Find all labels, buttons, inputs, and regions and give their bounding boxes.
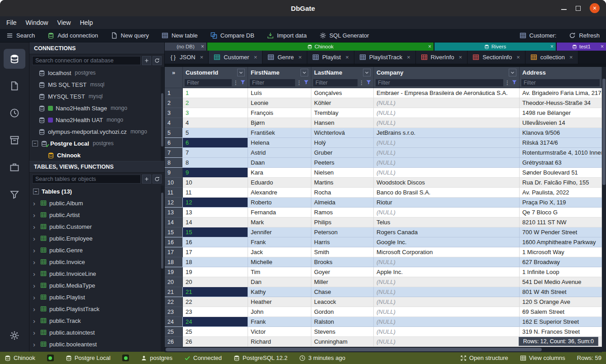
maximize-button[interactable] [576, 6, 581, 11]
cell-company[interactable]: Banco do Brasil S.A. [374, 188, 520, 198]
cell-customerid[interactable]: 7 [183, 148, 248, 158]
cell-address[interactable]: 1600 Amphitheatre Parkway [520, 237, 602, 247]
row-number[interactable]: 2 [165, 98, 183, 108]
cell-address[interactable]: 8210 111 ST NW [520, 217, 602, 227]
toolbar-button-sql-generator[interactable]: SQL Generator [313, 29, 376, 42]
cell-address[interactable]: 1498 rue Bélanger [520, 108, 602, 118]
table-item[interactable]: ›public.booleantest [29, 338, 164, 350]
cell-company[interactable]: (NULL) [374, 277, 520, 287]
cell-firstname[interactable]: Helena [248, 138, 311, 148]
cell-firstname[interactable]: Victor [248, 327, 311, 337]
cell-lastname[interactable]: Almeida [311, 198, 374, 208]
cell-lastname[interactable]: Köhler [311, 98, 374, 108]
cell-company[interactable]: (NULL) [374, 327, 520, 337]
cell-lastname[interactable]: Gruber [311, 148, 374, 158]
column-menu-button[interactable] [301, 69, 308, 76]
cell-lastname[interactable]: Goyer [311, 267, 374, 277]
cell-company[interactable]: Apple Inc. [374, 267, 520, 277]
cell-firstname[interactable]: Dan [248, 277, 311, 287]
cell-lastname[interactable]: Harris [311, 237, 374, 247]
table-item[interactable]: ›public.Invoice [29, 256, 164, 268]
table-item[interactable]: ›public.Track [29, 315, 164, 326]
cell-firstname[interactable]: Richard [248, 337, 311, 347]
close-icon[interactable]: × [459, 54, 463, 61]
db-tab-rivers[interactable]: Rivers× [434, 43, 556, 51]
cell-customerid[interactable]: 3 [183, 108, 248, 118]
cell-address[interactable]: 69 Salem Street [520, 307, 602, 317]
cell-address[interactable]: Sønder Boulevard 51 [520, 168, 602, 178]
cell-customerid[interactable]: 10 [183, 178, 248, 188]
cell-customerid[interactable]: 23 [183, 307, 248, 317]
chevron-right-icon[interactable]: › [33, 235, 38, 242]
status-open-structure[interactable]: Open structure [460, 355, 508, 361]
row-number[interactable]: 11 [165, 188, 183, 198]
cell-address[interactable]: 700 W Pender Street [520, 227, 602, 237]
close-icon[interactable]: × [428, 43, 431, 50]
row-number[interactable]: 5 [165, 128, 183, 138]
row-number[interactable]: 3 [165, 108, 183, 118]
rail-item-files[interactable] [4, 76, 25, 96]
cell-company[interactable]: Riotur [374, 198, 520, 208]
cell-customerid[interactable]: 4 [183, 118, 248, 128]
cell-lastname[interactable]: Rocha [311, 188, 374, 198]
connection-item[interactable]: Chinook [29, 149, 164, 161]
cell-company[interactable]: Woodstock Discos [374, 178, 520, 188]
table-item[interactable]: ›public.Employee [29, 232, 164, 244]
cell-lastname[interactable]: Miller [311, 277, 374, 287]
cell-address[interactable]: 627 Broadway [520, 257, 602, 267]
cell-address[interactable]: 541 Del Medio Avenue [520, 277, 602, 287]
cell-company[interactable]: Rogers Canada [374, 227, 520, 237]
cell-customerid[interactable]: 21 [183, 287, 248, 297]
row-number[interactable]: 4 [165, 118, 183, 128]
cell-customerid[interactable]: 26 [183, 337, 248, 347]
cell-address[interactable]: Ullevålsveien 14 [520, 118, 602, 128]
cell-firstname[interactable]: Michelle [248, 257, 311, 267]
cell-company[interactable]: Microsoft Corporation [374, 247, 520, 257]
connection-item[interactable]: MYSQL TESTmysql [29, 90, 164, 102]
cell-firstname[interactable]: František [248, 128, 311, 138]
tab-sectioninfo[interactable]: SectionInfo× [468, 51, 525, 64]
row-number[interactable]: 10 [165, 178, 183, 188]
cell-company[interactable]: Telus [374, 217, 520, 227]
filter-menu-icon[interactable]: ⋮ [359, 80, 364, 86]
close-button[interactable]: × [590, 3, 600, 13]
close-icon[interactable]: × [516, 54, 520, 61]
cell-address[interactable]: Rua Dr. Falcão Filho, 155 [520, 178, 602, 188]
cell-lastname[interactable]: Cunningham [311, 337, 374, 347]
cell-lastname[interactable]: Leacock [311, 297, 374, 307]
cell-company[interactable]: (NULL) [374, 158, 520, 168]
cell-customerid[interactable]: 1 [183, 88, 248, 98]
cell-company[interactable]: Google Inc. [374, 237, 520, 247]
cell-company[interactable]: (NULL) [374, 118, 520, 128]
cell-customerid[interactable]: 17 [183, 247, 248, 257]
collapse-icon[interactable]: − [32, 141, 38, 147]
close-icon[interactable]: × [407, 54, 410, 61]
connections-search-input[interactable]: Search connection or database [32, 56, 141, 65]
rail-item-plugins[interactable] [4, 157, 25, 177]
table-item[interactable]: ›public.Album [29, 197, 164, 209]
row-number[interactable]: 8 [165, 158, 183, 168]
filter-input[interactable]: Filter [250, 79, 295, 86]
cell-lastname[interactable]: Peeters [311, 158, 374, 168]
cell-company[interactable]: (NULL) [374, 317, 520, 327]
row-number[interactable]: 6 [165, 138, 183, 148]
cell-address[interactable]: Grétrystraat 63 [520, 158, 602, 168]
rail-item-archive[interactable] [4, 130, 25, 150]
connection-item[interactable]: MS SQL TESTmssql [29, 79, 164, 90]
filter-input[interactable]: Filter [185, 79, 232, 86]
chevron-right-icon[interactable]: › [33, 317, 38, 325]
column-header-lastname[interactable]: LastName [311, 67, 374, 78]
cell-address[interactable]: 120 S Orange Ave [520, 297, 602, 307]
connection-item[interactable]: olympus-medportal.vychozi.czmongo [29, 126, 164, 137]
toolbar-button-new-table[interactable]: New table [155, 29, 204, 42]
chevron-right-icon[interactable]: › [33, 293, 38, 301]
row-number[interactable]: 17 [165, 247, 183, 257]
cell-firstname[interactable]: Mark [248, 217, 311, 227]
connections-scrollbar[interactable] [161, 67, 164, 161]
cell-firstname[interactable]: Alexandre [248, 188, 311, 198]
row-number[interactable]: 21 [165, 287, 183, 297]
cell-address[interactable]: 319 N. Frances Street [520, 327, 602, 337]
cell-firstname[interactable]: Kathy [248, 287, 311, 297]
menu-window[interactable]: Window [21, 16, 53, 29]
cell-firstname[interactable]: John [248, 307, 311, 317]
